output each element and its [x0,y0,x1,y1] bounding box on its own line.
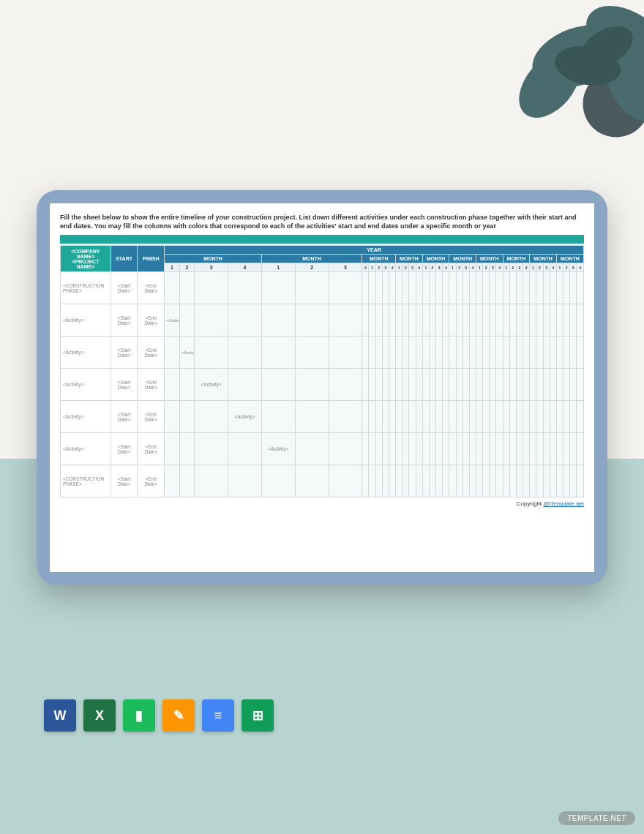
word-icon[interactable]: W [44,699,76,732]
week-header: 1 [556,263,563,272]
week-header: 3 [516,263,523,272]
week-header: 4 [416,263,422,272]
week-header: 2 [375,263,382,272]
week-header: 3 [570,263,577,272]
week-header: 3 [382,263,389,272]
header-start: START [111,246,138,272]
table-row: <Activity><Start Date><End Date><Activit… [61,337,584,369]
header-month: MONTH [165,255,262,263]
table-row: <CONSTRUCTION PHASE><Start Date><End Dat… [61,272,584,304]
copyright-link[interactable]: @iTemplate.net [543,500,584,507]
table-row: <CONSTRUCTION PHASE><Start Date><End Dat… [61,465,584,497]
table-row: <Activity><Start Date><End Date><Activit… [61,433,584,465]
week-header: 1 [261,263,295,272]
docs-icon[interactable]: ≡ [202,699,234,732]
pages-icon[interactable]: ✎ [162,699,195,732]
week-header: 3 [436,263,443,272]
header-month: MONTH [503,255,530,263]
app-icons-row: WX▮✎≡⊞ [44,699,274,732]
sheets-icon[interactable]: ⊞ [242,699,274,732]
header-month: MONTH [556,255,583,263]
week-header: 2 [509,263,516,272]
week-header: 4 [523,263,530,272]
week-header: 3 [490,263,496,272]
watermark: TEMPLATE.NET [558,811,635,825]
header-month: MONTH [422,255,449,263]
header-company: <COMPANY NAME> <PROJECT NAME> [61,246,111,272]
header-finish: FINISH [138,246,165,272]
table-row: <Activity><Start Date><End Date><Activit… [61,401,584,433]
week-header: 4 [362,263,369,272]
header-month: MONTH [396,255,423,263]
week-header: 4 [389,263,395,272]
week-header: 1 [449,263,456,272]
copyright: Copyright @iTemplate.net [60,500,584,507]
week-header: 1 [503,263,509,272]
header-month: MONTH [449,255,476,263]
header-month: MONTH [530,255,557,263]
header-month: MONTH [261,255,362,263]
week-header: 4 [443,263,449,272]
teal-divider [60,235,584,244]
week-header: 4 [496,263,503,272]
week-header: 2 [536,263,543,272]
week-header: 1 [476,263,482,272]
week-header: 3 [463,263,469,272]
week-header: 1 [165,263,180,272]
excel-icon[interactable]: X [83,699,116,732]
week-header: 1 [530,263,536,272]
week-header: 2 [564,263,570,272]
week-header: 3 [409,263,416,272]
week-header: 3 [195,263,228,272]
week-header: 3 [329,263,362,272]
numbers-icon[interactable]: ▮ [123,699,155,732]
plant-decoration [483,0,644,161]
week-header: 4 [228,263,262,272]
header-month: MONTH [362,255,396,263]
week-header: 4 [469,263,476,272]
gantt-table: <COMPANY NAME> <PROJECT NAME> START FINI… [60,245,584,497]
clipboard-frame: Fill the sheet below to show the entire … [37,190,607,585]
week-header: 2 [429,263,435,272]
table-row: <Activity><Start Date><End Date><Activit… [61,369,584,401]
week-header: 2 [483,263,490,272]
instructions-text: Fill the sheet below to show the entire … [60,214,584,230]
table-row: <Activity><Start Date><End Date><Activit… [61,304,584,337]
week-header: 1 [396,263,402,272]
week-header: 4 [550,263,556,272]
week-header: 3 [543,263,550,272]
week-header: 4 [577,263,584,272]
week-header: 2 [402,263,409,272]
header-year: YEAR [165,246,584,255]
template-document: Fill the sheet below to show the entire … [50,203,594,572]
week-header: 1 [369,263,375,272]
week-header: 2 [295,263,329,272]
week-header: 2 [456,263,463,272]
week-header: 2 [179,263,195,272]
week-header: 1 [422,263,429,272]
header-month: MONTH [476,255,503,263]
